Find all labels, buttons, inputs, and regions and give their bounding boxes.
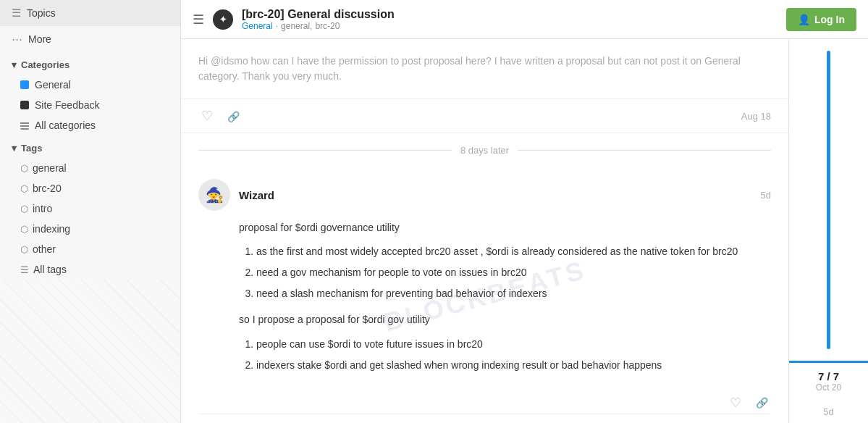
forum-title: [brc-20] General discussion <box>242 8 778 21</box>
breadcrumb-general[interactable]: General <box>242 21 273 31</box>
tag-intro[interactable]: ⬡ intro <box>0 198 180 219</box>
tag-all-tags[interactable]: ☰ All tags <box>0 259 180 280</box>
list-item-3: need a slash mechanism for preventing ba… <box>256 286 771 301</box>
right-sidebar: 7 / 7 Oct 20 5d <box>788 39 868 423</box>
link-icon: 🔗 <box>227 111 240 122</box>
sidebar: ☰ Topics ⋯ More ▾ Categories General Sit… <box>0 0 181 423</box>
top-bar: ☰ ✦ [brc-20] General discussion General … <box>181 0 868 39</box>
content-area: Hi @idsmo how can I have the permission … <box>181 39 868 423</box>
tag-icon-general: ⬡ <box>20 163 28 174</box>
tag-label-indexing: indexing <box>33 223 70 235</box>
tag-general[interactable]: ⬡ general <box>0 158 180 178</box>
breadcrumb: General · general, brc-20 <box>242 21 778 31</box>
first-post-timestamp: Aug 18 <box>741 111 771 122</box>
post-count-right-container: 5d <box>812 400 845 423</box>
time-divider-label: 8 days later <box>460 145 509 156</box>
breadcrumb-tag-general: general, <box>281 21 312 31</box>
main-area: ☰ ✦ [brc-20] General discussion General … <box>181 0 868 423</box>
post-body: proposal for $ordi governance utility as… <box>239 219 771 373</box>
sidebar-item-more[interactable]: ⋯ More <box>0 26 180 52</box>
link-button-main[interactable]: 🔗 <box>753 392 771 413</box>
post-area: Hi @idsmo how can I have the permission … <box>181 39 788 423</box>
title-area: [brc-20] General discussion General · ge… <box>242 8 778 31</box>
first-post-actions: ♡ 🔗 Aug 18 <box>181 99 788 133</box>
chevron-down-icon: ▾ <box>12 59 17 70</box>
progress-fraction: 7 / 7 <box>818 370 839 382</box>
site-feedback-category-label: Site Feedback <box>35 99 100 111</box>
sidebar-topics-label: Topics <box>27 7 56 19</box>
tag-label-other: other <box>33 243 56 255</box>
author-avatar: 🧙 <box>198 179 230 211</box>
main-post: BLOCKBEATS 🧙 Wizard 5d proposal for $ord… <box>181 167 788 423</box>
progress-date: Oct 20 <box>816 382 841 393</box>
logo-text: ✦ <box>219 14 227 25</box>
progress-info: 7 / 7 Oct 20 <box>789 361 868 400</box>
post-age: 5d <box>761 190 771 201</box>
link-icon-main: 🔗 <box>756 397 768 409</box>
heart-icon-main: ♡ <box>730 395 741 410</box>
hamburger-button[interactable]: ☰ <box>193 12 204 28</box>
timeline-fill <box>827 51 830 349</box>
divider-line-right <box>518 150 771 151</box>
timeline-container: 7 / 7 Oct 20 5d <box>789 39 868 423</box>
tag-brc20[interactable]: ⬡ brc-20 <box>0 178 180 198</box>
tags-header[interactable]: ▾ Tags <box>0 135 180 158</box>
post-header: 🧙 Wizard 5d <box>198 179 771 211</box>
more-icon: ⋯ <box>12 33 22 46</box>
post-author[interactable]: Wizard <box>239 189 274 201</box>
like-button-main[interactable]: ♡ <box>727 392 744 414</box>
tag-icon-other: ⬡ <box>20 244 28 255</box>
tags-header-label: Tags <box>21 143 42 154</box>
tag-other[interactable]: ⬡ other <box>0 239 180 259</box>
general-category-label: General <box>35 79 71 91</box>
tag-icon-brc20: ⬡ <box>20 183 28 194</box>
topics-icon: ☰ <box>12 7 21 20</box>
post-meta: Wizard <box>239 189 752 201</box>
list-item-2: need a gov mechanism for people to vote … <box>256 265 771 280</box>
divider-line-left <box>198 150 452 151</box>
site-feedback-category-dot <box>20 101 29 109</box>
list2-item-1: people can use $ordi to vote future issu… <box>256 337 771 352</box>
categories-header-label: Categories <box>21 59 69 70</box>
sidebar-item-topics[interactable]: ☰ Topics <box>0 0 180 26</box>
tag-label-brc20: brc-20 <box>33 183 62 194</box>
link-button-first[interactable]: 🔗 <box>224 106 243 127</box>
sidebar-more-label: More <box>28 33 51 45</box>
general-category-dot <box>20 80 29 89</box>
proposal-title: proposal for $ordi governance utility <box>239 219 771 235</box>
tag-icon-all: ☰ <box>20 264 29 275</box>
tag-indexing[interactable]: ⬡ indexing <box>0 219 180 239</box>
sidebar-item-general[interactable]: General <box>0 75 180 95</box>
teaser-post-text: Hi @idsmo how can I have the permission … <box>198 55 741 82</box>
tag-label-general: general <box>33 162 67 174</box>
heart-icon: ♡ <box>201 109 213 123</box>
post-count-right: 5d <box>817 401 839 423</box>
login-label: Log In <box>814 14 845 25</box>
time-divider: 8 days later <box>181 133 788 167</box>
proposal-list-1: as the first and most widely accepted br… <box>239 244 771 301</box>
tag-label-all: All tags <box>33 264 67 275</box>
tag-icon-indexing: ⬡ <box>20 224 28 235</box>
all-categories-dot <box>20 121 29 130</box>
middle-text: so I propose a proposal for $ordi gov ut… <box>239 311 771 327</box>
like-button-first[interactable]: ♡ <box>198 105 216 127</box>
sidebar-item-site-feedback[interactable]: Site Feedback <box>0 95 180 115</box>
categories-header[interactable]: ▾ Categories <box>0 52 180 75</box>
list-item-1: as the first and most widely accepted br… <box>256 244 771 259</box>
all-categories-label: All categories <box>35 120 96 131</box>
login-button[interactable]: 👤 Log In <box>786 8 856 31</box>
chevron-down-icon-tags: ▾ <box>12 143 17 154</box>
tag-icon-intro: ⬡ <box>20 204 28 214</box>
timeline-track <box>827 51 830 349</box>
sidebar-item-all-categories[interactable]: All categories <box>0 115 180 135</box>
main-post-actions: ♡ 🔗 <box>198 383 771 414</box>
avatar-emoji: 🧙 <box>206 186 224 204</box>
breadcrumb-tag-brc20: brc-20 <box>315 21 340 31</box>
login-icon: 👤 <box>798 14 810 25</box>
site-logo[interactable]: ✦ <box>213 9 233 30</box>
teaser-post: Hi @idsmo how can I have the permission … <box>181 39 788 99</box>
tag-label-intro: intro <box>33 203 52 214</box>
list2-item-2: indexers stake $ordi and get slashed whe… <box>256 358 771 373</box>
proposal-list-2: people can use $ordi to vote future issu… <box>239 337 771 373</box>
